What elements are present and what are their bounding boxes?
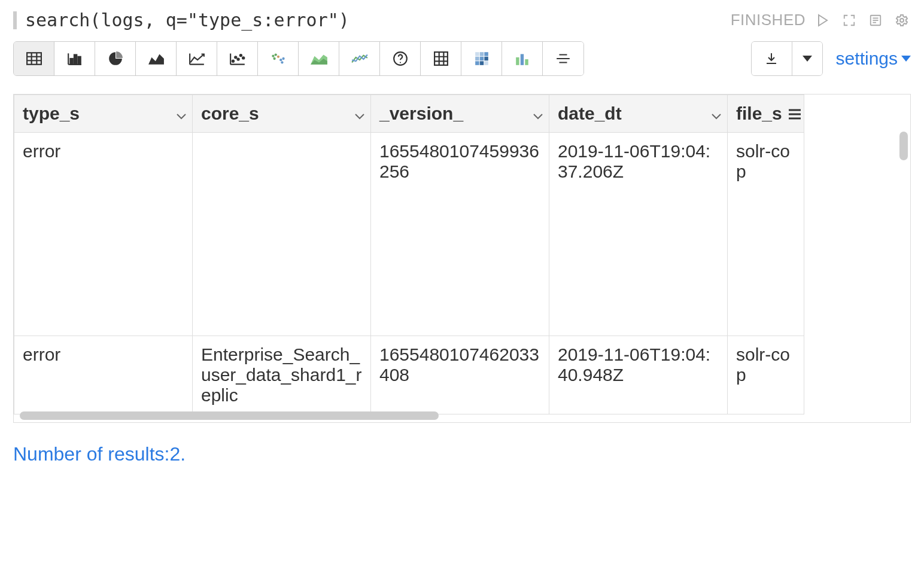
svg-point-36 [399, 62, 400, 63]
svg-marker-60 [901, 56, 911, 62]
svg-rect-15 [78, 57, 80, 65]
svg-rect-48 [475, 61, 479, 65]
download-dropdown[interactable] [792, 42, 822, 75]
chevron-down-icon [533, 103, 543, 124]
cell-file_s: solr-cop [728, 336, 804, 414]
cell-file_s: solr-cop [728, 133, 804, 336]
svg-point-5 [900, 19, 904, 22]
svg-rect-42 [475, 52, 479, 56]
svg-point-25 [242, 57, 244, 59]
col-header-core_s[interactable]: core_s [193, 95, 371, 133]
table-row[interactable]: error Enterprise_Search_user_data_shard1… [14, 336, 804, 414]
svg-rect-6 [27, 53, 41, 65]
stacked-area-icon[interactable] [299, 42, 339, 75]
scatter-chart-icon[interactable] [217, 42, 258, 75]
cell-version: 1655480107462033408 [371, 336, 549, 414]
svg-point-32 [276, 56, 279, 58]
svg-point-27 [274, 53, 276, 56]
multiline-icon[interactable] [339, 42, 380, 75]
book-icon[interactable] [867, 11, 885, 29]
svg-marker-16 [148, 54, 164, 64]
table-header-row: type_s core_s _version_ date_dt [14, 95, 804, 133]
svg-rect-47 [484, 57, 488, 61]
code-caret [13, 11, 17, 29]
vertical-scrollbar[interactable] [899, 132, 908, 415]
svg-point-22 [235, 56, 236, 58]
svg-rect-53 [525, 59, 528, 65]
svg-point-21 [232, 60, 233, 62]
download-group [751, 41, 823, 76]
settings-label: settings [836, 48, 898, 69]
col-header-file_s[interactable]: file_s [728, 95, 804, 133]
svg-point-30 [282, 57, 284, 60]
col-header-type_s[interactable]: type_s [14, 95, 193, 133]
chevron-down-icon [712, 103, 721, 124]
pie-chart-icon[interactable] [95, 42, 136, 75]
svg-point-26 [272, 55, 274, 57]
cell-date_dt: 2019-11-06T19:04:40.948Z [549, 336, 728, 414]
cell-type_s: error [14, 133, 193, 336]
horizontal-scrollbar[interactable] [20, 411, 896, 420]
svg-point-29 [279, 59, 282, 61]
svg-point-28 [273, 57, 275, 60]
cell-core_s [193, 133, 371, 336]
results-count: Number of results:2. [13, 443, 911, 465]
table-row[interactable]: error 1655480107459936256 2019-11-06T19:… [14, 133, 804, 336]
area-chart-icon[interactable] [136, 42, 177, 75]
svg-rect-50 [484, 61, 488, 65]
chevron-down-icon [355, 103, 364, 124]
query-code-text: search(logs, q="type_s:error") [25, 10, 349, 31]
svg-rect-37 [434, 52, 448, 65]
svg-marker-0 [819, 15, 827, 26]
svg-rect-45 [475, 57, 479, 61]
status-label: FINISHED [731, 11, 806, 29]
run-icon[interactable] [814, 11, 832, 29]
svg-rect-13 [70, 59, 72, 65]
table-icon[interactable] [14, 42, 54, 75]
cell-type_s: error [14, 336, 193, 414]
table-menu-icon[interactable] [788, 103, 801, 124]
bars2-icon[interactable] [502, 42, 543, 75]
svg-rect-49 [479, 61, 484, 65]
align-icon[interactable] [543, 42, 583, 75]
query-code[interactable]: search(logs, q="type_s:error") [13, 10, 349, 31]
download-icon[interactable] [752, 42, 792, 75]
svg-rect-52 [520, 54, 523, 65]
svg-point-24 [239, 54, 241, 56]
gear-icon[interactable] [893, 11, 911, 29]
viz-toolbar [13, 41, 584, 76]
col-header-version[interactable]: _version_ [371, 95, 549, 133]
status-area: FINISHED [731, 11, 911, 29]
cluster-icon[interactable] [258, 42, 299, 75]
settings-link[interactable]: settings [836, 41, 911, 76]
svg-rect-14 [74, 55, 76, 65]
chevron-down-icon [177, 103, 186, 124]
svg-rect-44 [484, 52, 488, 56]
help-icon[interactable] [380, 42, 421, 75]
cell-date_dt: 2019-11-06T19:04:37.206Z [549, 133, 728, 336]
grid-icon[interactable] [421, 42, 461, 75]
svg-rect-46 [479, 57, 484, 61]
col-header-date_dt[interactable]: date_dt [549, 95, 728, 133]
svg-point-23 [237, 58, 239, 60]
svg-rect-51 [516, 57, 519, 65]
line-chart-icon[interactable] [177, 42, 217, 75]
heatmap-icon[interactable] [461, 42, 502, 75]
cell-version: 1655480107459936256 [371, 133, 549, 336]
chevron-down-icon [901, 56, 911, 62]
cell-core_s: Enterprise_Search_user_data_shard1_repli… [193, 336, 371, 414]
results-table: type_s core_s _version_ date_dt [14, 94, 804, 414]
bar-chart-icon[interactable] [54, 42, 95, 75]
svg-rect-43 [479, 52, 484, 56]
results-table-wrap: type_s core_s _version_ date_dt [13, 94, 911, 423]
svg-point-31 [281, 61, 283, 63]
collapse-icon[interactable] [840, 11, 858, 29]
svg-marker-59 [803, 56, 812, 62]
